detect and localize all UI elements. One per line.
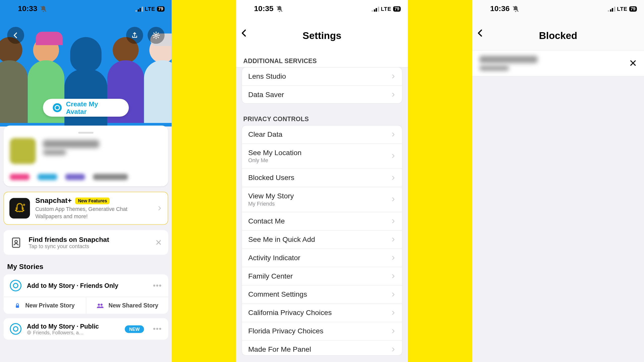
status-bar: 10:36 LTE 79 xyxy=(472,0,644,18)
chevron-left-icon xyxy=(240,28,249,38)
list-additional-services: Lens StudioData Saver xyxy=(242,67,403,104)
chevron-right-icon xyxy=(391,174,396,181)
back-button[interactable] xyxy=(7,27,24,44)
username-blurred xyxy=(43,150,66,155)
avatar-friend xyxy=(0,37,28,127)
chevron-right-icon xyxy=(157,204,162,212)
snapcode[interactable] xyxy=(10,138,36,164)
add-to-story-friends[interactable]: Add to My Story · Friends Only ••• xyxy=(4,275,168,297)
network-label: LTE xyxy=(381,6,391,12)
blocked-user-row[interactable]: ✕ xyxy=(472,50,644,76)
settings-item-lens-studio[interactable]: Lens Studio xyxy=(242,67,402,86)
svg-point-3 xyxy=(15,240,17,243)
chevron-right-icon xyxy=(391,73,396,80)
settings-item-contact-me[interactable]: Contact Me xyxy=(242,212,402,231)
my-story-public-card[interactable]: Add to My Story · Public Friends, Follow… xyxy=(4,318,168,340)
create-avatar-label: Create My Avatar xyxy=(66,100,119,115)
find-friends-card[interactable]: Find friends on Snapchat Tap to sync you… xyxy=(4,230,168,255)
chevron-right-icon xyxy=(391,309,396,316)
battery-pill: 79 xyxy=(629,6,637,12)
settings-item-label: Activity Indicator xyxy=(248,254,300,262)
new-features-badge: New Features xyxy=(75,197,110,204)
chevron-right-icon xyxy=(391,328,396,335)
settings-item-family-center[interactable]: Family Center xyxy=(242,267,402,286)
find-friends-sub: Tap to sync your contacts xyxy=(29,243,149,250)
settings-item-see-my-location[interactable]: See My LocationOnly Me xyxy=(242,144,402,169)
do-not-disturb-icon xyxy=(40,5,47,12)
blocked-screen: 10:36 LTE 79 Blocked xyxy=(472,0,644,362)
chevron-right-icon xyxy=(391,291,396,298)
back-button[interactable] xyxy=(240,28,249,38)
new-private-story-button[interactable]: New Private Story xyxy=(4,297,86,314)
share-button[interactable] xyxy=(126,27,143,44)
avatar-hero: Create My Avatar xyxy=(0,0,172,126)
my-stories-header: My Stories xyxy=(7,263,165,271)
settings-item-view-my-story[interactable]: View My StoryMy Friends xyxy=(242,187,402,212)
more-button[interactable]: ••• xyxy=(153,282,162,290)
back-button[interactable] xyxy=(476,28,485,38)
chevron-right-icon xyxy=(391,218,396,225)
svg-text:+: + xyxy=(23,202,25,207)
list-privacy-controls: Clear DataSee My LocationOnly MeBlocked … xyxy=(242,125,403,356)
settings-item-label: Clear Data xyxy=(248,130,283,139)
settings-item-label: California Privacy Choices xyxy=(248,309,332,317)
clock: 10:36 xyxy=(490,5,509,14)
network-label: LTE xyxy=(145,6,155,12)
snapchat-plus-icon: + xyxy=(9,198,30,219)
settings-button[interactable] xyxy=(148,27,165,44)
section-additional-services: ADDITIONAL SERVICES xyxy=(236,50,408,67)
contacts-icon xyxy=(10,236,22,249)
network-label: LTE xyxy=(617,6,627,12)
lock-icon xyxy=(15,302,21,309)
settings-item-blocked-users[interactable]: Blocked Users xyxy=(242,169,402,187)
settings-item-data-saver[interactable]: Data Saver xyxy=(242,86,402,104)
page-title: Blocked xyxy=(539,30,577,41)
people-icon xyxy=(96,302,104,309)
settings-item-made-for-me-panel[interactable]: Made For Me Panel xyxy=(242,341,402,356)
dismiss-button[interactable]: ✕ xyxy=(155,238,162,248)
settings-item-california-privacy-choices[interactable]: California Privacy Choices xyxy=(242,304,402,322)
drag-handle[interactable] xyxy=(78,132,93,133)
profile-screen: 10:33 LTE 79 xyxy=(0,0,172,362)
settings-item-sub: My Friends xyxy=(248,201,294,207)
chevron-right-icon xyxy=(391,131,396,138)
settings-item-label: Data Saver xyxy=(248,91,284,99)
do-not-disturb-icon xyxy=(512,5,519,12)
settings-item-label: Family Center xyxy=(248,272,293,280)
share-icon xyxy=(131,32,138,39)
svg-point-0 xyxy=(155,34,157,36)
settings-item-see-me-in-quick-add[interactable]: See Me in Quick Add xyxy=(242,231,402,249)
more-button[interactable]: ••• xyxy=(153,325,162,333)
chevron-right-icon xyxy=(391,196,396,203)
story-label: Add to My Story · Friends Only xyxy=(27,282,148,289)
settings-item-label: Blocked Users xyxy=(248,174,294,182)
chevron-left-icon xyxy=(476,28,485,38)
battery-pill: 79 xyxy=(393,6,400,12)
story-public-label: Add to My Story · Public xyxy=(27,323,119,330)
status-bar: 10:33 LTE 79 xyxy=(0,0,172,18)
settings-item-florida-privacy-choices[interactable]: Florida Privacy Choices xyxy=(242,322,402,341)
battery-pill: 79 xyxy=(157,6,165,12)
snapchat-plus-card[interactable]: + Snapchat+ New Features Custom App Them… xyxy=(4,192,168,225)
settings-item-activity-indicator[interactable]: Activity Indicator xyxy=(242,249,402,267)
chevron-right-icon xyxy=(391,273,396,280)
settings-item-label: Made For Me Panel xyxy=(248,345,311,353)
chevron-left-icon xyxy=(12,32,19,39)
create-avatar-button[interactable]: Create My Avatar xyxy=(43,99,129,117)
blocked-username-blurred xyxy=(479,66,509,71)
camera-icon xyxy=(53,103,62,112)
new-shared-story-button[interactable]: New Shared Story xyxy=(86,297,168,314)
signal-icon xyxy=(372,7,379,12)
settings-item-clear-data[interactable]: Clear Data xyxy=(242,125,402,144)
signal-icon xyxy=(136,7,143,12)
settings-item-sub: Only Me xyxy=(248,157,302,164)
avatar-friend xyxy=(144,37,172,127)
chevron-right-icon xyxy=(391,236,396,243)
snapchat-plus-sub: Custom App Themes, Generative Chat Wallp… xyxy=(35,206,151,220)
unblock-button[interactable]: ✕ xyxy=(629,57,637,69)
settings-screen: 10:35 LTE 79 Settings xyxy=(236,0,408,362)
find-friends-title: Find friends on Snapchat xyxy=(29,236,149,243)
profile-card[interactable] xyxy=(4,126,168,187)
chevron-right-icon xyxy=(391,254,396,261)
settings-item-comment-settings[interactable]: Comment Settings xyxy=(242,286,402,304)
